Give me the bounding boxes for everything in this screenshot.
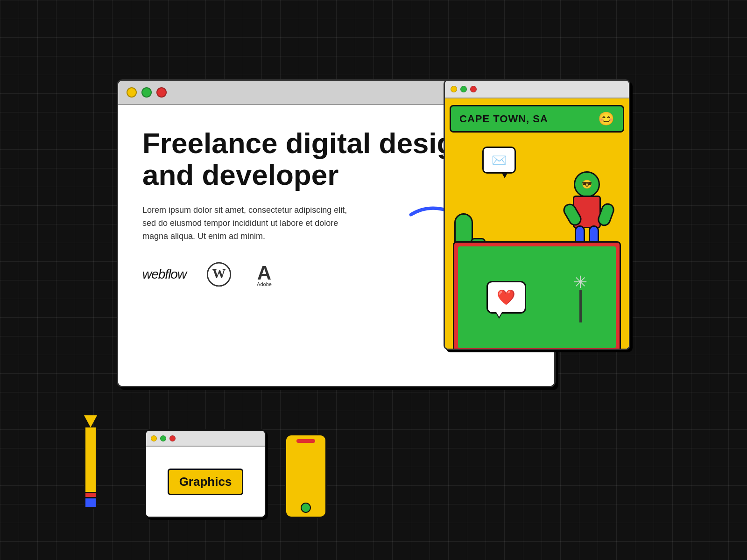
cape-tl-green[interactable] [460, 86, 467, 92]
pencil-body [84, 427, 97, 492]
character-area: ✉️ 😎 [445, 133, 629, 349]
wordpress-logo: W [207, 262, 231, 287]
turbine-blades: ✳ [573, 273, 587, 292]
graphics-badge: Graphics [168, 469, 244, 495]
mini-browser-content: Graphics [146, 447, 265, 517]
cape-address-bar: CAPE TOWN, SA 😊 [450, 105, 624, 133]
cape-town-browser: CAPE TOWN, SA 😊 ✉️ 😎 [444, 79, 630, 350]
mini-tl-red[interactable] [169, 435, 176, 441]
mini-titlebar [146, 431, 265, 447]
laptop-monitor: ❤️ ✳ [453, 241, 621, 350]
traffic-light-yellow[interactable] [127, 87, 137, 98]
cape-content: CAPE TOWN, SA 😊 ✉️ 😎 [445, 98, 629, 349]
main-scene: Freelance digital designer and developer… [117, 79, 630, 481]
laptop-base [444, 349, 630, 350]
phone-home-button[interactable] [301, 503, 311, 513]
graphics-label: Graphics [179, 475, 232, 489]
heart-chat-bubble: ❤️ [486, 281, 526, 314]
turbine-pole [579, 290, 582, 322]
traffic-light-green[interactable] [141, 87, 152, 98]
cape-address-text: CAPE TOWN, SA [459, 113, 548, 125]
pencil-eraser [84, 498, 97, 509]
svg-text:A: A [257, 262, 271, 284]
webflow-logo: webflow [142, 267, 186, 282]
wind-turbine: ✳ [573, 273, 587, 322]
traffic-light-red[interactable] [156, 87, 167, 98]
mobile-phone [285, 434, 327, 518]
svg-text:W: W [212, 266, 226, 281]
svg-text:Adobe: Adobe [257, 281, 272, 287]
mini-browser-graphics: Graphics [145, 429, 266, 518]
pencil-tip [84, 415, 97, 427]
phone-speaker [296, 439, 315, 443]
mini-tl-yellow[interactable] [151, 435, 157, 441]
cape-tl-yellow[interactable] [451, 86, 457, 92]
person-glasses: 😎 [582, 179, 592, 189]
mini-tl-green[interactable] [160, 435, 166, 441]
cape-titlebar [445, 81, 629, 98]
body-text: Lorem ipsum dolor sit amet, consectetur … [142, 204, 348, 243]
pencil-illustration [84, 415, 97, 509]
cape-tl-red[interactable] [470, 86, 477, 92]
email-speech-bubble: ✉️ [482, 147, 516, 174]
phone-body [290, 443, 322, 503]
person-head: 😎 [574, 171, 600, 197]
adobe-logo: A Adobe [252, 262, 277, 287]
pencil-eraser-band [84, 492, 97, 498]
laptop-screen-inner: ❤️ ✳ [458, 246, 616, 348]
cape-emoji: 😊 [598, 111, 614, 126]
